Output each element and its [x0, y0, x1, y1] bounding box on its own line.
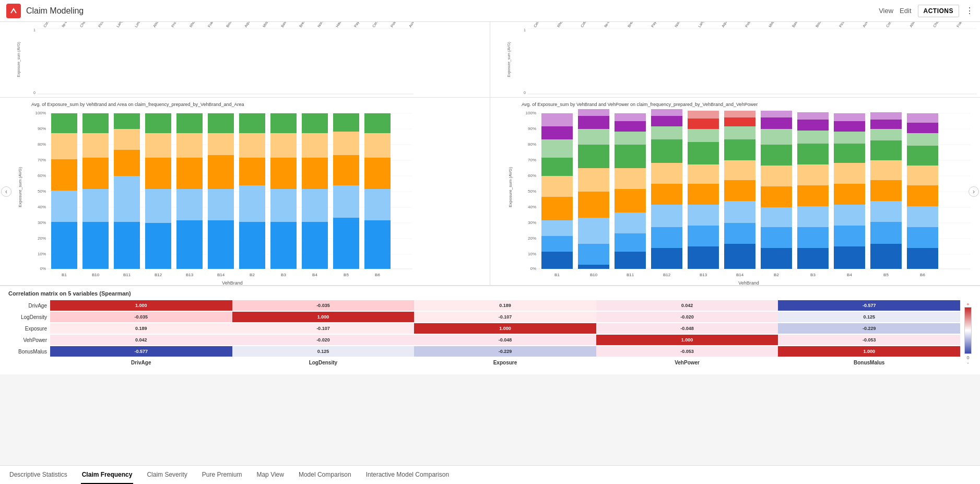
- area-chart-prev[interactable]: ‹: [1, 186, 11, 197]
- svg-rect-242: [834, 246, 865, 269]
- svg-text:Ile-de-France: Ile-de-France: [604, 22, 618, 28]
- tab-pure-premium[interactable]: Pure Premium: [201, 466, 243, 484]
- svg-text:0%: 0%: [40, 266, 46, 271]
- svg-rect-236: [797, 164, 829, 185]
- svg-rect-73: [51, 222, 77, 269]
- svg-rect-206: [688, 164, 719, 184]
- svg-rect-165: [541, 197, 573, 220]
- svg-text:60%: 60%: [38, 173, 46, 178]
- svg-rect-162: [541, 252, 573, 269]
- svg-rect-93: [145, 158, 171, 189]
- svg-rect-75: [51, 159, 77, 191]
- svg-rect-136: [364, 133, 391, 158]
- tab-interactive-model-comparison[interactable]: Interactive Model Comparison: [365, 466, 450, 484]
- vehpower-chart-next[interactable]: ›: [969, 186, 979, 197]
- tab-descriptive-statistics[interactable]: Descriptive Statistics: [8, 466, 68, 484]
- svg-text:B4: B4: [312, 273, 317, 277]
- corr-cell-4-1: 0.125: [232, 346, 415, 357]
- svg-rect-205: [688, 184, 719, 205]
- svg-rect-263: [907, 227, 938, 248]
- corr-row-vehpower: VehPower 0.042 -0.020 -0.048 1.000 -0.05…: [8, 334, 960, 346]
- svg-rect-92: [145, 189, 171, 223]
- svg-rect-123: [302, 158, 328, 189]
- svg-text:B5: B5: [344, 273, 349, 277]
- svg-rect-259: [870, 120, 902, 129]
- svg-rect-172: [578, 265, 609, 269]
- svg-rect-124: [302, 133, 328, 158]
- tab-model-comparison[interactable]: Model Comparison: [298, 466, 352, 484]
- svg-rect-125: [302, 113, 328, 133]
- corr-row-drivage: DrivAge 1.000 -0.035 0.189 0.042 -0.577: [8, 300, 960, 311]
- svg-rect-185: [615, 189, 646, 213]
- corr-cell-1-3: -0.020: [596, 312, 778, 322]
- svg-text:10%: 10%: [38, 252, 46, 256]
- svg-rect-99: [176, 158, 203, 189]
- svg-text:90%: 90%: [38, 126, 46, 131]
- svg-rect-122: [302, 189, 328, 222]
- corr-col-drivage: DrivAge: [50, 357, 232, 368]
- svg-rect-80: [82, 189, 109, 222]
- svg-rect-247: [834, 144, 865, 163]
- corr-row-bonusmalus: BonusMalus -0.577 0.125 -0.229 -0.053 1.…: [8, 346, 960, 357]
- svg-rect-257: [870, 140, 902, 160]
- svg-rect-77: [51, 113, 77, 133]
- svg-text:Centre: Centre: [372, 22, 381, 28]
- svg-text:B5: B5: [883, 273, 889, 277]
- svg-text:B13: B13: [700, 273, 707, 277]
- svg-text:B2: B2: [250, 273, 255, 277]
- legend-zero: 0: [966, 355, 969, 360]
- svg-rect-119: [270, 113, 297, 133]
- edit-button[interactable]: Edit: [900, 7, 911, 15]
- svg-rect-116: [270, 189, 297, 222]
- svg-text:70%: 70%: [528, 158, 536, 162]
- svg-rect-169: [541, 126, 573, 139]
- mid-charts-row: Exposure_sum (AVG) Avg. of Exposure_sum …: [0, 98, 980, 286]
- svg-text:Midi-Pyrenees: Midi-Pyrenees: [262, 22, 278, 28]
- corr-label-drivage: DrivAge: [8, 303, 50, 309]
- header: Claim Modeling View Edit ACTIONS ⋮: [0, 0, 980, 22]
- svg-rect-184: [615, 213, 646, 233]
- svg-text:Alsace: Alsace: [152, 22, 161, 28]
- legend-plus: +: [966, 302, 969, 307]
- actions-button[interactable]: ACTIONS: [918, 5, 960, 17]
- svg-rect-170: [541, 113, 573, 126]
- area-chart-svg: 100% 90% 80% 70% 60% 50% 40% 30% 20% 10%…: [31, 108, 418, 280]
- tab-claim-severity[interactable]: Claim Severity: [146, 466, 188, 484]
- svg-rect-164: [541, 220, 573, 236]
- svg-text:Basse-Normandie: Basse-Normandie: [792, 22, 809, 28]
- svg-rect-207: [688, 142, 719, 164]
- svg-rect-110: [239, 185, 265, 222]
- svg-rect-254: [870, 201, 902, 222]
- svg-rect-105: [208, 155, 234, 189]
- svg-rect-95: [145, 113, 171, 133]
- svg-rect-264: [907, 206, 938, 227]
- region-chart-right-svg: 1 0 Centre Rhone-Alpes Cote-D'Azur Ile-d…: [511, 26, 980, 94]
- svg-rect-265: [907, 185, 938, 206]
- svg-text:Bourgogne: Bourgogne: [815, 22, 828, 28]
- svg-rect-222: [761, 248, 792, 269]
- svg-text:B1: B1: [62, 273, 67, 277]
- svg-rect-228: [761, 129, 792, 145]
- tab-claim-frequency[interactable]: Claim Frequency: [81, 466, 134, 484]
- svg-text:B4: B4: [847, 273, 852, 277]
- svg-rect-104: [208, 189, 234, 220]
- corr-cell-0-1: -0.035: [232, 300, 415, 311]
- svg-text:Rhone-Alpes: Rhone-Alpes: [189, 22, 203, 28]
- corr-cell-3-2: -0.048: [414, 335, 596, 345]
- svg-rect-98: [176, 189, 203, 220]
- svg-rect-175: [578, 192, 609, 218]
- svg-text:1: 1: [524, 28, 526, 32]
- header-left: Claim Modeling: [6, 4, 84, 18]
- corr-cell-2-2: 1.000: [414, 323, 596, 334]
- tab-map-view[interactable]: Map View: [255, 466, 285, 484]
- svg-rect-100: [176, 133, 203, 158]
- svg-text:B11: B11: [123, 273, 131, 277]
- svg-text:40%: 40%: [528, 205, 536, 209]
- more-options-button[interactable]: ⋮: [965, 6, 974, 16]
- view-button[interactable]: View: [879, 7, 893, 15]
- svg-rect-268: [907, 133, 938, 146]
- svg-rect-74: [51, 191, 77, 222]
- svg-rect-189: [615, 121, 646, 132]
- svg-rect-227: [761, 145, 792, 166]
- svg-rect-267: [907, 146, 938, 166]
